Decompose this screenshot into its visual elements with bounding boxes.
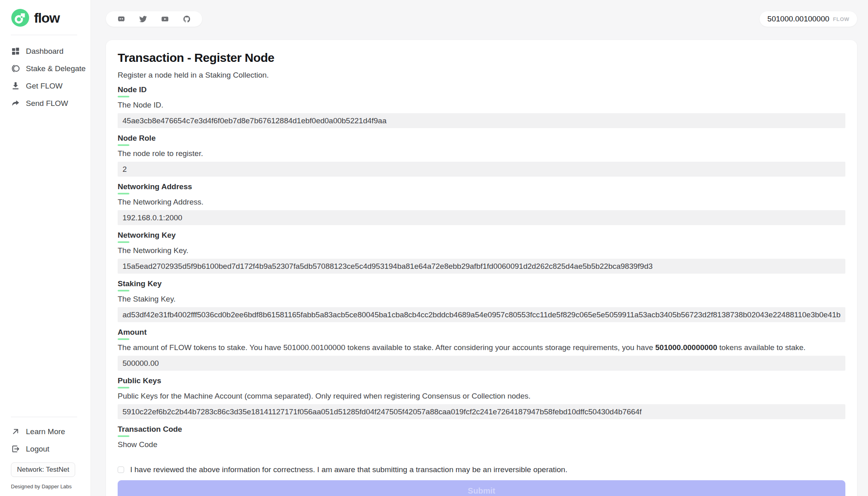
label-underline (118, 435, 129, 437)
field-label: Networking Key (118, 231, 845, 240)
logout-icon (11, 444, 20, 454)
sidebar-item-logout[interactable]: Logout (0, 440, 91, 458)
flow-brand[interactable]: flow (0, 0, 91, 35)
label-underline (118, 96, 129, 97)
field-node-id: Node ID The Node ID. (118, 85, 845, 128)
amount-input[interactable] (118, 356, 845, 371)
label-underline (118, 144, 129, 146)
transaction-card: Transaction - Register Node Register a n… (106, 40, 857, 496)
designed-by-credit: Designed by Dapper Labs (0, 477, 91, 490)
amount-desc-before: The amount of FLOW tokens to stake. You … (118, 343, 655, 352)
amount-available-bold: 501000.00000000 (655, 343, 717, 352)
label-underline (118, 387, 129, 388)
label-underline (118, 193, 129, 194)
field-description: The Staking Key. (118, 295, 845, 304)
field-label: Node ID (118, 85, 845, 94)
page-title: Transaction - Register Node (118, 51, 845, 65)
external-link-icon (11, 427, 20, 436)
twitter-icon[interactable] (139, 15, 147, 23)
sidebar-item-label: Stake & Delegate (26, 64, 86, 73)
networking-key-input[interactable] (118, 259, 845, 274)
field-networking-key: Networking Key The Networking Key. (118, 231, 845, 274)
sidebar-item-learn-more[interactable]: Learn More (0, 423, 91, 440)
github-icon[interactable] (183, 15, 191, 23)
amount-desc-after: tokens available to stake. (717, 343, 806, 352)
field-label: Node Role (118, 134, 845, 143)
submit-button[interactable]: Submit (118, 480, 845, 496)
label-underline (118, 290, 129, 291)
sidebar-footer: Learn More Logout Network: TestNet Desig… (0, 417, 91, 496)
field-description: The amount of FLOW tokens to stake. You … (118, 343, 845, 352)
social-links-pill (106, 11, 202, 27)
sidebar-item-label: Learn More (26, 427, 65, 436)
sidebar-divider-bottom (11, 417, 77, 417)
main-content: 501000.00100000 FLOW Transaction - Regis… (91, 0, 868, 496)
node-id-input[interactable] (118, 113, 845, 128)
field-label: Networking Address (118, 182, 845, 191)
download-icon (11, 81, 20, 91)
flow-logo-icon (11, 8, 30, 27)
dashboard-icon (11, 46, 20, 56)
youtube-icon[interactable] (161, 15, 169, 23)
field-node-role: Node Role The node role to register. (118, 134, 845, 177)
network-badge: Network: TestNet (11, 462, 75, 477)
sidebar-spacer (0, 112, 91, 417)
balance-amount: 501000.00100000 (767, 15, 829, 23)
flow-port-app: flow Dashboard Stake & Delegate (0, 0, 868, 496)
sidebar-item-get-flow[interactable]: Get FLOW (0, 77, 91, 95)
sidebar-item-label: Logout (26, 445, 49, 454)
sidebar-nav: Dashboard Stake & Delegate Get FLOW (0, 35, 91, 112)
field-transaction-code: Transaction Code Show Code (118, 425, 845, 449)
node-role-input[interactable] (118, 162, 845, 177)
sidebar-item-label: Get FLOW (26, 82, 63, 91)
send-icon (11, 99, 20, 108)
field-label: Amount (118, 328, 845, 337)
sidebar-item-stake-delegate[interactable]: Stake & Delegate (0, 60, 91, 77)
field-label: Transaction Code (118, 425, 845, 434)
staking-key-input[interactable] (118, 307, 845, 322)
field-amount: Amount The amount of FLOW tokens to stak… (118, 328, 845, 371)
confirmation-row: I have reviewed the above information fo… (118, 465, 845, 474)
account-balance-pill: 501000.00100000 FLOW (760, 11, 857, 27)
label-underline (118, 241, 129, 243)
field-description: The Node ID. (118, 101, 845, 110)
top-bar: 501000.00100000 FLOW (106, 11, 857, 27)
sidebar-item-label: Dashboard (26, 47, 63, 56)
balance-currency-label: FLOW (833, 16, 849, 22)
label-underline (118, 338, 129, 340)
field-description: The node role to register. (118, 149, 845, 158)
field-public-keys: Public Keys Public Keys for the Machine … (118, 376, 845, 419)
field-networking-address: Networking Address The Networking Addres… (118, 182, 845, 225)
field-staking-key: Staking Key The Staking Key. (118, 279, 845, 322)
sidebar: flow Dashboard Stake & Delegate (0, 0, 91, 496)
public-keys-input[interactable] (118, 404, 845, 419)
field-description: The Networking Key. (118, 246, 845, 255)
field-label: Public Keys (118, 376, 845, 385)
sidebar-item-label: Send FLOW (26, 99, 68, 108)
discord-icon[interactable] (117, 15, 125, 23)
field-description: The Networking Address. (118, 198, 845, 207)
confirmation-text: I have reviewed the above information fo… (130, 465, 567, 474)
networking-address-input[interactable] (118, 210, 845, 225)
confirmation-checkbox[interactable] (118, 466, 124, 473)
brand-name: flow (34, 10, 59, 26)
sidebar-item-send-flow[interactable]: Send FLOW (0, 95, 91, 112)
field-label: Staking Key (118, 279, 845, 288)
stake-delegate-icon (11, 64, 20, 73)
page-subtitle: Register a node held in a Staking Collec… (118, 71, 845, 80)
field-description: Public Keys for the Machine Account (com… (118, 392, 845, 401)
sidebar-item-dashboard[interactable]: Dashboard (0, 42, 91, 60)
show-code-link[interactable]: Show Code (118, 440, 157, 449)
